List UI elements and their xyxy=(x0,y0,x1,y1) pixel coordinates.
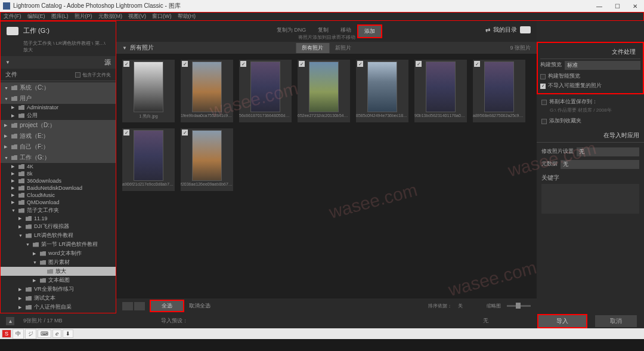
tree-item[interactable]: ▼用户 xyxy=(1,93,116,104)
menu-item[interactable]: 照片(P) xyxy=(75,13,92,20)
tree-item[interactable]: ▶BaiduNetdiskDownload xyxy=(1,184,116,192)
sort-label: 排序依据： xyxy=(428,303,452,309)
tree-item[interactable]: ▶Administrator xyxy=(1,104,116,111)
thumbnail[interactable]: ✓a89568e68275062a25c9524ae48… xyxy=(473,60,525,122)
thumbnail-checkbox[interactable]: ✓ xyxy=(182,61,188,67)
tree-item[interactable]: ▼工作（G:） xyxy=(1,152,116,163)
close-button[interactable]: ✕ xyxy=(626,0,644,12)
apply-during-import-header[interactable]: 在导入时应用 xyxy=(537,129,644,143)
menu-item[interactable]: 视图(V) xyxy=(128,13,146,20)
tree-item[interactable]: ▶公用 xyxy=(1,111,116,120)
menu-item[interactable]: 窗口(W) xyxy=(152,13,172,20)
thumbnail[interactable]: ✓8585c0f42494e736bec182e942ea… xyxy=(356,60,408,122)
ime-indicator[interactable]: S xyxy=(2,330,11,338)
deselect-all-button[interactable]: 取消全选 xyxy=(189,302,210,310)
no-duplicates-checkbox[interactable]: ✓不导入可能重复的照片 xyxy=(540,81,640,91)
menu-item[interactable]: 编辑(E) xyxy=(27,13,45,20)
tree-item[interactable]: ▶4K xyxy=(1,163,116,170)
thumbnail[interactable]: ✓a906f21d217e9cc0d8ab7674409e… xyxy=(122,128,175,191)
tree-item[interactable]: ▶公司VR需求 xyxy=(1,312,116,313)
loupe-view-button[interactable] xyxy=(134,302,145,310)
ime-indicator[interactable]: ⬇ xyxy=(63,330,73,338)
thumbnail[interactable]: ✓56c6618701736648050da3a1af94… xyxy=(239,60,292,122)
tree-item[interactable]: ▼第一节 LR调色软件教程 xyxy=(1,240,116,249)
mode-hint: 将照片添加到目录而不移动 xyxy=(298,34,355,41)
thumbnail[interactable]: ✓f2036ae126ee09aeb8b675a3c2e0b… xyxy=(181,128,233,191)
thumbnail-checkbox[interactable]: ✓ xyxy=(182,130,188,136)
thumbnail-checkbox[interactable]: ✓ xyxy=(123,61,129,67)
save-second-copy-checkbox[interactable]: 将副本位置保存到： xyxy=(541,97,639,107)
tree-item[interactable]: ▶360downloads xyxy=(1,177,116,184)
keywords-label: 关键字 xyxy=(541,174,639,182)
view-tab[interactable]: 所有照片 xyxy=(296,43,329,53)
view-tabs-bar: ▼ 所有照片 所有照片新照片 9 张照片 xyxy=(116,42,537,54)
thumbnail-checkbox[interactable]: ✓ xyxy=(416,61,422,67)
drive-icon xyxy=(7,27,18,35)
tree-item[interactable]: ▶project（D:） xyxy=(1,120,116,131)
metadata-select[interactable]: 无 xyxy=(561,160,639,169)
tree-item[interactable]: ▼系统（C:） xyxy=(1,82,116,93)
expand-icon[interactable]: ▼ xyxy=(122,45,127,51)
import-mode-tab[interactable]: 添加 xyxy=(357,24,382,38)
ime-indicator[interactable]: ジ xyxy=(25,329,36,339)
tree-item[interactable]: ▶QMDownload xyxy=(1,199,116,206)
file-handling-header[interactable]: 文件处理 xyxy=(540,45,640,59)
select-all-button[interactable]: 全选 xyxy=(150,300,184,312)
tree-item[interactable]: 放大 xyxy=(1,267,116,276)
sort-dropdown[interactable]: 关 xyxy=(458,303,463,309)
add-to-collection-checkbox[interactable]: 添加到收藏夹 xyxy=(541,116,639,126)
menu-item[interactable]: 图库(L) xyxy=(51,13,69,20)
tree-item[interactable]: ▶CloudMusic xyxy=(1,192,116,199)
tree-item[interactable]: ▼图片素材 xyxy=(1,258,116,267)
tree-item[interactable]: ▶文本截图 xyxy=(1,276,116,285)
view-tab[interactable]: 新照片 xyxy=(329,43,357,53)
tree-item[interactable]: ▶VR全景制作练习 xyxy=(1,285,116,294)
cancel-button[interactable]: 取消 xyxy=(595,315,637,327)
thumbnail[interactable]: ✓1fee9bdaa0ca7552841c9486a7cf… xyxy=(181,60,233,122)
build-preview-select[interactable]: 标准 xyxy=(565,61,640,70)
smart-preview-checkbox[interactable]: 构建智能预览 xyxy=(540,72,640,81)
tree-item[interactable]: ▶自己（F:） xyxy=(1,141,116,152)
folder-tree[interactable]: ▼系统（C:）▼用户▶Administrator▶公用▶project（D:）▶… xyxy=(1,81,116,313)
thumbnail[interactable]: ✓90b13bd56231401176a0aef31573… xyxy=(414,60,467,122)
preset-none[interactable]: 无 xyxy=(483,317,488,325)
zoom-label: 缩略图 xyxy=(487,303,501,309)
tree-item[interactable]: ▼LR调色软件教程 xyxy=(1,231,116,240)
photo-count: 9 张照片 xyxy=(510,44,531,52)
thumbnail-checkbox[interactable]: ✓ xyxy=(474,61,480,67)
ime-indicator[interactable]: 中 xyxy=(13,329,24,339)
thumbnail[interactable]: ✓652ee27232dc20130b5453577f99e… xyxy=(298,60,350,122)
my-catalog-button[interactable]: ⇄ 我的目录 xyxy=(485,26,531,34)
develop-settings-select[interactable]: 无 xyxy=(577,147,639,156)
thumbnail-checkbox[interactable]: ✓ xyxy=(299,61,305,67)
include-subfolders-checkbox[interactable]: 包含子文件夹 xyxy=(75,70,111,79)
keywords-input[interactable] xyxy=(541,184,639,214)
thumbnail-filename: a906f21d217e9cc0d8ab7674409e… xyxy=(122,182,175,186)
import-button[interactable]: 导入 xyxy=(537,314,587,328)
panel-collapse-icon[interactable]: ▼ xyxy=(5,60,10,65)
thumbnail-checkbox[interactable]: ✓ xyxy=(123,130,129,136)
tree-item[interactable]: ▶DJI飞行模拟器 xyxy=(1,222,116,231)
maximize-button[interactable]: ☐ xyxy=(608,0,626,12)
tree-item[interactable]: ▶游戏（E:） xyxy=(1,131,116,141)
grid-view-button[interactable] xyxy=(122,302,133,310)
tree-item[interactable]: ▶个人证件照自采 xyxy=(1,303,116,312)
thumbnail-checkbox[interactable]: ✓ xyxy=(240,61,246,67)
thumbnail-size-slider[interactable] xyxy=(507,305,531,307)
tree-item[interactable]: ▶11.19 xyxy=(1,215,116,222)
expand-filmstrip-button[interactable]: ▴ xyxy=(6,317,14,325)
tree-item[interactable]: ▶8k xyxy=(1,170,116,177)
thumbnail-checkbox[interactable]: ✓ xyxy=(357,61,363,67)
thumbnail[interactable]: ✓1 黑白.jpg xyxy=(122,60,175,122)
ime-indicator[interactable]: ⌨ xyxy=(38,330,51,338)
destination-drive[interactable]: 工作 (G:) xyxy=(23,26,49,35)
menu-item[interactable]: 元数据(M) xyxy=(98,13,123,20)
metadata-label: 元数据 xyxy=(541,160,558,169)
ime-indicator[interactable]: ℯ xyxy=(52,330,61,338)
tree-item[interactable]: ▶word文本制作 xyxy=(1,249,116,258)
menu-item[interactable]: 文件(F) xyxy=(4,13,21,20)
tree-item[interactable]: ▼范子文工作夹 xyxy=(1,206,116,215)
menu-item[interactable]: 帮助(H) xyxy=(178,13,196,20)
tree-item[interactable]: ▶测试文本 xyxy=(1,294,116,303)
minimize-button[interactable]: — xyxy=(590,0,608,12)
